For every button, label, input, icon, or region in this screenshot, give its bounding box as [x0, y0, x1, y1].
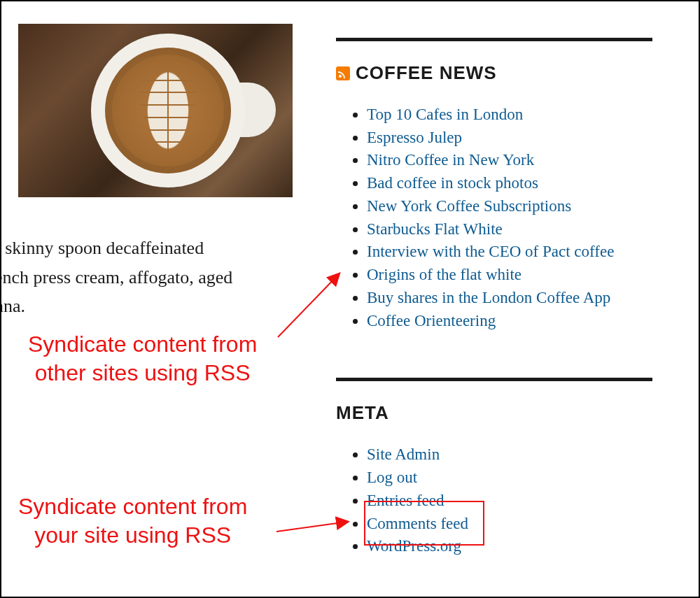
rss-item-link[interactable]: Starbucks Flat White [367, 220, 503, 238]
list-item: Bad coffee in stock photos [367, 172, 686, 194]
meta-link-log-out[interactable]: Log out [367, 469, 417, 486]
rss-item-link[interactable]: Buy shares in the London Coffee App [367, 289, 610, 306]
list-item: Log out [367, 467, 686, 489]
meta-widget-title: META [336, 402, 686, 424]
sidebar: COFFEE NEWS Top 10 Cafes in London Espre… [336, 1, 686, 558]
rss-item-link[interactable]: Top 10 Cafes in London [367, 106, 523, 123]
feed-links-highlight [364, 501, 484, 546]
list-item: Coffee Orienteering [367, 310, 686, 332]
list-item: Espresso Julep [367, 127, 686, 149]
list-item: Starbucks Flat White [367, 218, 686, 241]
list-item: Nitro Coffee in New York [367, 149, 686, 171]
list-item: Interview with the CEO of Pact coffee [367, 241, 686, 263]
rss-widget-title: COFFEE NEWS [336, 62, 686, 84]
list-item: Origins of the flat white [367, 264, 686, 286]
list-item: Top 10 Cafes in London [367, 104, 686, 126]
body-line-1: r skinny spoon decaffeinated [0, 238, 204, 258]
coffee-photo [18, 24, 293, 197]
page-frame: r skinny spoon decaffeinated ench press … [0, 0, 700, 598]
meta-link-site-admin[interactable]: Site Admin [367, 446, 440, 463]
body-line-3: nna. [0, 296, 25, 316]
rss-item-link[interactable]: Coffee Orienteering [367, 312, 496, 329]
list-item: New York Coffee Subscriptions [367, 195, 686, 218]
rss-icon[interactable] [336, 66, 350, 80]
meta-widget-title-text: META [336, 402, 389, 424]
annotation-top: Syndicate content from other sites using… [28, 330, 257, 387]
annotation-bottom: Syndicate content from your site using R… [18, 492, 247, 550]
body-line-2: ench press cream, affogato, aged [0, 267, 232, 287]
rss-item-link[interactable]: Interview with the CEO of Pact coffee [367, 243, 614, 260]
list-item: Site Admin [367, 443, 686, 466]
widget-divider [336, 38, 652, 41]
rss-item-link[interactable]: Espresso Julep [367, 129, 462, 146]
article-body-text: r skinny spoon decaffeinated ench press … [0, 234, 288, 321]
list-item: Buy shares in the London Coffee App [367, 287, 686, 309]
widget-divider [336, 378, 652, 381]
rss-widget-list: Top 10 Cafes in London Espresso Julep Ni… [351, 104, 686, 332]
rss-item-link[interactable]: Nitro Coffee in New York [367, 151, 534, 169]
rss-item-link[interactable]: Origins of the flat white [367, 266, 522, 283]
rss-item-link[interactable]: Bad coffee in stock photos [367, 174, 538, 192]
rss-item-link[interactable]: New York Coffee Subscriptions [367, 197, 571, 215]
rss-widget-title-text: COFFEE NEWS [356, 62, 497, 84]
